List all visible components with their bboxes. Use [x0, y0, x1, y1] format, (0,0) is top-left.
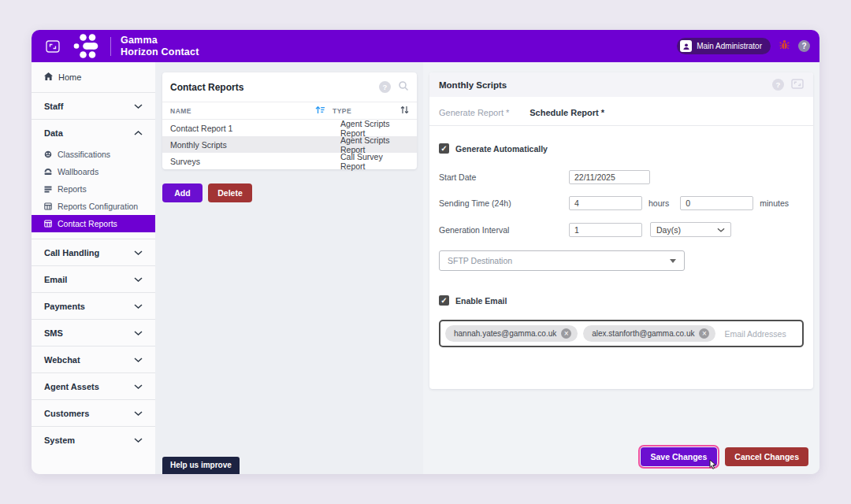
- email-chip-text: hannah.yates@gamma.co.uk: [454, 329, 556, 338]
- chevron-down-icon: [134, 384, 143, 389]
- sidebar-section-customers[interactable]: Customers: [32, 400, 155, 426]
- brand-line2: Horizon Contact: [121, 46, 199, 58]
- cancel-changes-button[interactable]: Cancel Changes: [725, 447, 808, 466]
- remove-chip-icon[interactable]: [561, 328, 571, 339]
- sidebar-item-classifications[interactable]: Classifications: [32, 146, 155, 163]
- user-badge-label: Main Administrator: [697, 42, 762, 50]
- section-label: Webchat: [44, 355, 80, 365]
- generate-automatically-checkbox[interactable]: [439, 143, 449, 154]
- detail-help-icon[interactable]: [772, 79, 784, 91]
- classifications-icon: [44, 150, 52, 158]
- brand-title: Gamma Horizon Contact: [121, 35, 199, 58]
- sidebar-section-webchat[interactable]: Webchat: [32, 346, 155, 372]
- generation-interval-input[interactable]: [569, 223, 642, 237]
- tab-schedule-report[interactable]: Schedule Report *: [530, 108, 604, 117]
- sort-ascending-icon[interactable]: [315, 106, 325, 116]
- fullscreen-toggle-icon[interactable]: [46, 40, 60, 53]
- start-date-input[interactable]: [569, 170, 650, 184]
- expand-icon[interactable]: [791, 78, 804, 92]
- email-chip-text: alex.stanforth@gamma.co.uk: [592, 329, 694, 338]
- section-label: Customers: [44, 409, 89, 418]
- report-detail-panel: Monthly Scripts Generate Report * Sch: [423, 62, 819, 474]
- email-placeholder: Email Addresses: [724, 329, 786, 339]
- enable-email-checkbox[interactable]: [439, 295, 449, 306]
- sidebar-item-wallboards[interactable]: Wallboards: [32, 163, 155, 180]
- sidebar-section-agent-assets[interactable]: Agent Assets: [32, 373, 155, 399]
- app-window: Gamma Horizon Contact Main Administrator: [32, 30, 819, 474]
- sidebar-item-reports[interactable]: Reports: [32, 180, 155, 198]
- interval-unit-select[interactable]: Day(s): [650, 222, 731, 237]
- section-label: Staff: [44, 102, 63, 111]
- section-label: Email: [44, 275, 67, 284]
- sidebar-item-contact-reports[interactable]: Contact Reports: [32, 215, 155, 232]
- sftp-destination-select[interactable]: SFTP Destination: [439, 250, 685, 271]
- section-label: Call Handling: [44, 248, 99, 258]
- email-chip: hannah.yates@gamma.co.uk: [445, 325, 578, 342]
- help-icon[interactable]: [798, 40, 810, 52]
- section-label: Payments: [44, 302, 85, 311]
- delete-button[interactable]: Delete: [208, 183, 252, 202]
- sidebar-section-data[interactable]: Data: [32, 120, 155, 146]
- chevron-down-icon: [134, 250, 143, 255]
- bug-report-icon[interactable]: [779, 39, 790, 54]
- sort-both-icon[interactable]: [400, 106, 409, 116]
- remove-chip-icon[interactable]: [699, 328, 709, 339]
- section-label: Data: [44, 128, 63, 138]
- email-addresses-input[interactable]: hannah.yates@gamma.co.uk alex.stanforth@…: [439, 320, 804, 347]
- chevron-down-icon: [134, 438, 143, 443]
- sending-time-row: Sending Time (24h) hours minutes: [439, 196, 804, 210]
- reports-icon: [44, 185, 52, 193]
- cell-report-name: Contact Report 1: [170, 124, 340, 133]
- help-us-improve-badge[interactable]: Help us improve: [162, 457, 240, 474]
- sidebar-section-system[interactable]: System: [32, 427, 155, 453]
- sidebar-section-sms[interactable]: SMS: [32, 320, 155, 346]
- add-button[interactable]: Add: [162, 183, 203, 202]
- topbar-actions: Main Administrator: [677, 38, 810, 54]
- sending-minutes-input[interactable]: [680, 196, 753, 210]
- sidebar-data-children: Classifications Wallboards Reports: [32, 146, 155, 239]
- save-changes-button[interactable]: Save Changes: [641, 447, 718, 466]
- sidebar-item-reports-configuration[interactable]: Reports Configuration: [32, 198, 155, 215]
- hours-unit-label: hours: [648, 198, 669, 208]
- cell-report-name: Surveys: [170, 157, 340, 166]
- chevron-down-icon: [134, 331, 143, 335]
- save-button-label: Save Changes: [651, 452, 708, 461]
- sidebar-section-email[interactable]: Email: [32, 266, 155, 292]
- table-row[interactable]: Contact Report 1 Agent Scripts Report: [162, 120, 417, 136]
- sidebar-section-staff[interactable]: Staff: [32, 93, 155, 119]
- generation-interval-label: Generation Interval: [439, 225, 569, 235]
- reports-configuration-icon: [44, 202, 52, 210]
- generation-interval-row: Generation Interval Day(s): [439, 222, 804, 237]
- chevron-down-icon: [134, 411, 143, 416]
- wallboards-icon: [44, 168, 52, 176]
- search-icon[interactable]: [398, 80, 409, 94]
- tab-generate-report[interactable]: Generate Report *: [439, 108, 509, 117]
- form-actions: Save Changes Cancel Changes: [641, 447, 809, 466]
- start-date-row: Start Date: [439, 170, 804, 184]
- sidebar-section-call-handling[interactable]: Call Handling: [32, 239, 155, 265]
- chevron-down-icon: [134, 277, 143, 282]
- generate-automatically-row: Generate Automatically: [439, 143, 804, 154]
- column-header-name: NAME: [170, 107, 191, 115]
- minutes-unit-label: minutes: [760, 198, 789, 208]
- brand-line1: Gamma: [121, 35, 199, 46]
- table-row-selected[interactable]: Monthly Scripts Agent Scripts Report: [162, 136, 417, 153]
- column-header-type: TYPE: [333, 107, 351, 115]
- sidebar-item-label: Wallboards: [58, 167, 98, 176]
- enable-email-row: Enable Email: [439, 295, 804, 306]
- sending-hours-input[interactable]: [569, 196, 642, 210]
- panel-help-icon[interactable]: [379, 81, 391, 93]
- user-badge[interactable]: Main Administrator: [677, 38, 771, 54]
- chevron-down-icon: [717, 228, 725, 232]
- sending-time-label: Sending Time (24h): [439, 198, 569, 208]
- sidebar-section-payments[interactable]: Payments: [32, 293, 155, 319]
- detail-tabs: Generate Report * Schedule Report *: [429, 97, 813, 126]
- chevron-up-icon: [134, 131, 143, 135]
- table-row[interactable]: Surveys Call Survey Report: [162, 153, 417, 169]
- reports-list-panel: Contact Reports NAME: [155, 62, 423, 474]
- sidebar: Home Staff Data: [32, 62, 155, 474]
- sidebar-item-label: Reports: [58, 184, 87, 194]
- contact-reports-card: Contact Reports NAME: [162, 72, 417, 169]
- contact-reports-icon: [44, 220, 52, 228]
- sidebar-item-home[interactable]: Home: [32, 62, 155, 92]
